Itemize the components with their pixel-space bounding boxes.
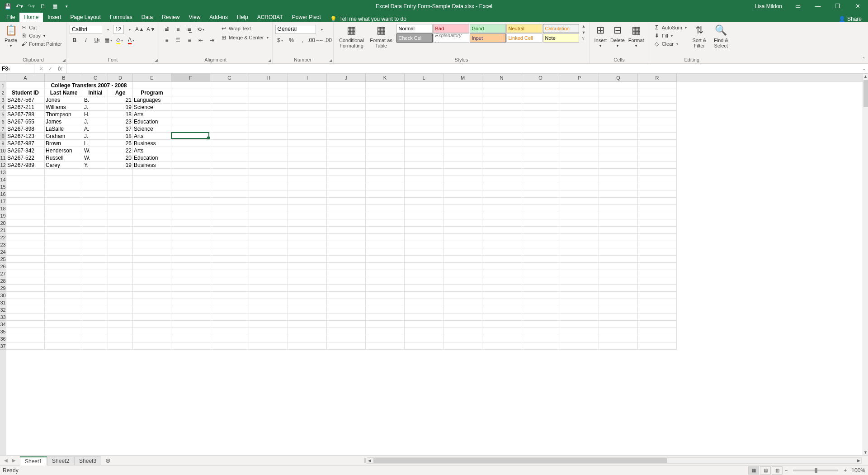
cell-J4[interactable] (327, 104, 366, 111)
cell-R16[interactable] (638, 190, 677, 198)
cell-R8[interactable] (638, 133, 677, 140)
cell-P36[interactable] (560, 335, 599, 342)
cell-I26[interactable] (288, 263, 327, 270)
cell-R26[interactable] (638, 263, 677, 270)
cell-O32[interactable] (521, 306, 560, 314)
cell-P5[interactable] (560, 111, 599, 118)
cell-K15[interactable] (366, 183, 405, 190)
row-header-20[interactable]: 20 (0, 219, 6, 227)
cell-I11[interactable] (288, 154, 327, 162)
cell-Q7[interactable] (599, 125, 638, 133)
cell-O20[interactable] (521, 219, 560, 227)
scroll-left-icon[interactable]: ◀ (367, 458, 373, 463)
cell-C7[interactable]: A. (83, 125, 108, 133)
cell-M2[interactable] (443, 89, 482, 96)
cell-P23[interactable] (560, 241, 599, 248)
cell-N35[interactable] (482, 328, 521, 335)
cell-H4[interactable] (249, 104, 288, 111)
cell-P4[interactable] (560, 104, 599, 111)
cell-O3[interactable] (521, 96, 560, 104)
cell-B34[interactable] (45, 321, 83, 328)
cell-O24[interactable] (521, 248, 560, 256)
cell-G12[interactable] (210, 162, 249, 169)
cell-E28[interactable] (133, 277, 171, 285)
cell-C10[interactable]: W. (83, 147, 108, 154)
style-calculation[interactable]: Calculation (543, 24, 579, 33)
cell-B23[interactable] (45, 241, 83, 248)
orientation-icon[interactable]: ⟲ (196, 25, 206, 34)
row-header-1[interactable]: 1 (0, 82, 6, 89)
cell-E35[interactable] (133, 328, 171, 335)
cell-K16[interactable] (366, 190, 405, 198)
cell-N10[interactable] (482, 147, 521, 154)
cell-Q8[interactable] (599, 133, 638, 140)
cell-E23[interactable] (133, 241, 171, 248)
cell-A20[interactable] (6, 219, 45, 227)
cell-J21[interactable] (327, 227, 366, 234)
cell-E4[interactable]: Science (133, 104, 171, 111)
cell-F26[interactable] (171, 263, 210, 270)
cell-K12[interactable] (366, 162, 405, 169)
cell-P31[interactable] (560, 299, 599, 306)
cell-E13[interactable] (133, 169, 171, 176)
cell-I23[interactable] (288, 241, 327, 248)
font-name-dropdown[interactable] (104, 25, 112, 34)
cell-C19[interactable] (83, 212, 108, 219)
cell-O31[interactable] (521, 299, 560, 306)
cell-I37[interactable] (288, 342, 327, 350)
cell-O33[interactable] (521, 314, 560, 321)
cell-D6[interactable]: 23 (108, 118, 133, 125)
cell-P35[interactable] (560, 328, 599, 335)
cell-P14[interactable] (560, 176, 599, 183)
cell-K32[interactable] (366, 306, 405, 314)
cell-Q15[interactable] (599, 183, 638, 190)
cell-I28[interactable] (288, 277, 327, 285)
font-name-input[interactable] (70, 25, 102, 34)
cell-R2[interactable] (638, 89, 677, 96)
cell-A23[interactable] (6, 241, 45, 248)
col-header-B[interactable]: B (45, 74, 83, 82)
tell-me-search[interactable]: 💡 Tell me what you want to do (330, 16, 406, 22)
sheet-tab-sheet3[interactable]: Sheet3 (74, 456, 101, 465)
cell-I1[interactable] (288, 82, 327, 89)
formula-input[interactable] (66, 64, 860, 73)
cell-H36[interactable] (249, 335, 288, 342)
cell-C22[interactable] (83, 234, 108, 241)
cell-Q36[interactable] (599, 335, 638, 342)
cell-L11[interactable] (405, 154, 443, 162)
col-header-G[interactable]: G (210, 74, 249, 82)
cell-A12[interactable]: SA267-989 (6, 162, 45, 169)
cell-Q34[interactable] (599, 321, 638, 328)
cell-A17[interactable] (6, 198, 45, 205)
clear-button[interactable]: ◇Clear (653, 40, 688, 48)
cell-G13[interactable] (210, 169, 249, 176)
cell-R24[interactable] (638, 248, 677, 256)
cell-L30[interactable] (405, 292, 443, 299)
sort-filter-button[interactable]: ⇅Sort & Filter (689, 23, 710, 49)
tab-file[interactable]: File (2, 13, 19, 22)
cell-N31[interactable] (482, 299, 521, 306)
cell-C28[interactable] (83, 277, 108, 285)
tab-help[interactable]: Help (232, 13, 253, 22)
cell-P21[interactable] (560, 227, 599, 234)
select-all-button[interactable] (0, 74, 6, 82)
cell-F1[interactable] (171, 82, 210, 89)
zoom-level[interactable]: 100% (851, 467, 865, 474)
sheet-first-icon[interactable]: ◀ (3, 458, 9, 463)
cell-G36[interactable] (210, 335, 249, 342)
cell-N29[interactable] (482, 285, 521, 292)
cell-Q20[interactable] (599, 219, 638, 227)
cell-I2[interactable] (288, 89, 327, 96)
cell-C37[interactable] (83, 342, 108, 350)
cell-Q3[interactable] (599, 96, 638, 104)
cell-K29[interactable] (366, 285, 405, 292)
cell-K9[interactable] (366, 140, 405, 147)
cell-E37[interactable] (133, 342, 171, 350)
cell-M4[interactable] (443, 104, 482, 111)
cell-N14[interactable] (482, 176, 521, 183)
cell-C27[interactable] (83, 270, 108, 277)
cell-B9[interactable]: Brown (45, 140, 83, 147)
cell-J10[interactable] (327, 147, 366, 154)
cell-A5[interactable]: SA267-788 (6, 111, 45, 118)
cell-K1[interactable] (366, 82, 405, 89)
